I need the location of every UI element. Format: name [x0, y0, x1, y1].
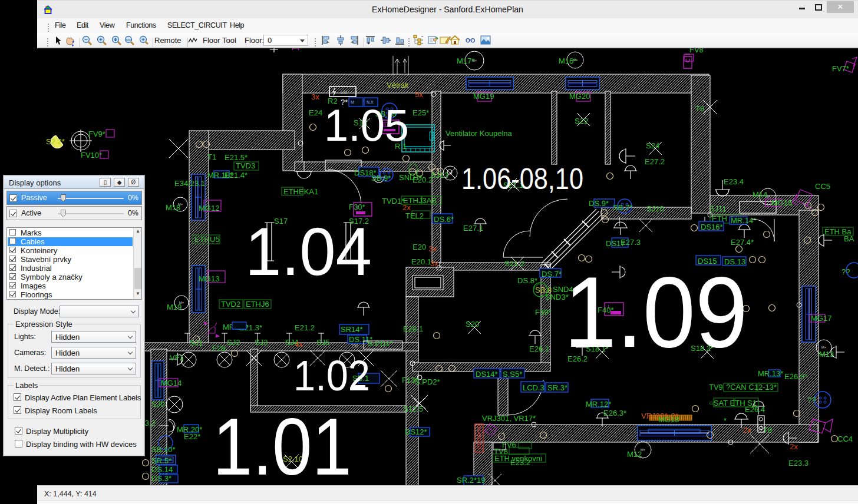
svg-text:MG14: MG14: [161, 379, 182, 387]
svg-text:ETHU5: ETHU5: [194, 235, 220, 244]
svg-text:M16*: M16*: [559, 57, 576, 65]
svg-text:3x: 3x: [428, 244, 437, 253]
svg-text:S2.2*: S2.2*: [46, 137, 65, 146]
svg-text:E23.2: E23.2: [510, 458, 530, 467]
svg-text:E20.1: E20.1: [411, 257, 431, 266]
svg-text:2x: 2x: [743, 426, 751, 435]
svg-text:DS.6*: DS.6*: [434, 215, 454, 224]
svg-text:E24: E24: [309, 108, 322, 117]
svg-text:MG19: MG19: [473, 92, 494, 101]
svg-text:TEL2: TEL2: [405, 211, 424, 220]
svg-text:SR.5*: SR.5*: [151, 456, 171, 465]
svg-text:E34/23.1: E34/23.1: [174, 179, 205, 188]
svg-text:E22*: E22*: [184, 432, 200, 441]
svg-text:SR14*: SR14*: [341, 325, 363, 334]
svg-text:??: ??: [842, 267, 850, 276]
svg-text:3x: 3x: [430, 259, 438, 268]
svg-text:FV10*: FV10*: [81, 151, 102, 160]
svg-text:E21.4*: E21.4*: [225, 171, 248, 180]
svg-text:F30*: F30*: [349, 203, 365, 211]
svg-text:M18: M18: [166, 203, 180, 212]
svg-text:E26.3*: E26.3*: [603, 409, 626, 417]
svg-text:DS.8*: DS.8*: [517, 276, 537, 285]
svg-text:ETHJ6: ETHJ6: [246, 300, 269, 309]
svg-text:E21.2: E21.2: [295, 323, 315, 332]
svg-text:3x: 3x: [311, 92, 319, 101]
svg-text:1.02: 1.02: [293, 352, 370, 399]
svg-text:FV7*: FV7*: [832, 64, 849, 73]
svg-text:MG12: MG12: [199, 204, 219, 213]
svg-text:*: *: [724, 416, 727, 425]
svg-text:E26.4: E26.4: [745, 405, 765, 414]
svg-text:100: 100: [126, 38, 132, 42]
svg-text:SJ5: SJ5: [316, 338, 329, 347]
svg-text:DS.3*: DS.3*: [151, 474, 171, 483]
svg-text:131: 131: [341, 90, 348, 94]
svg-text:MR.14*: MR.14*: [731, 216, 756, 225]
svg-text:1.06-08,10: 1.06-08,10: [461, 163, 583, 195]
svg-text:S.S5*: S.S5*: [503, 370, 522, 379]
svg-text:SR.3*: SR.3*: [547, 383, 567, 392]
svg-text:230: 230: [351, 344, 358, 348]
svg-text:M19: M19: [167, 303, 182, 311]
svg-text:E27.4*: E27.4*: [731, 238, 754, 247]
svg-text:LCD.3: LCD.3: [523, 383, 544, 392]
svg-text:S22: S22: [575, 117, 588, 125]
svg-text:E20.2: E20.2: [412, 175, 433, 184]
svg-text:MG20: MG20: [569, 92, 590, 101]
svg-text:E28.1: E28.1: [403, 324, 423, 333]
svg-text:??: ??: [807, 396, 816, 404]
svg-text:M×: M×: [821, 346, 827, 349]
svg-text:DS.9*: DS.9*: [589, 199, 609, 208]
svg-text:1.09: 1.09: [564, 256, 748, 368]
svg-text:E25*: E25*: [412, 108, 429, 117]
svg-text:CC5: CC5: [815, 182, 830, 191]
svg-text:4x: 4x: [295, 340, 303, 349]
svg-text:FV8: FV8: [689, 48, 704, 54]
svg-text:F29: F29: [212, 344, 225, 353]
svg-text:E21.5*: E21.5*: [225, 153, 248, 162]
svg-text:SJ1: SJ1: [190, 339, 203, 347]
svg-text:SJ11: SJ11: [710, 204, 727, 213]
svg-text:M12: M12: [627, 450, 642, 459]
svg-text:E26.1: E26.1: [529, 344, 549, 353]
svg-text:T6: T6: [695, 104, 704, 113]
svg-text:SR.2*19: SR.2*19: [457, 476, 485, 485]
svg-text:F39*: F39*: [535, 308, 551, 317]
svg-text:E20: E20: [412, 243, 426, 251]
svg-text:MG18: MG18: [658, 415, 679, 424]
svg-text:T1: T1: [207, 152, 216, 161]
svg-text:MR.12*: MR.12*: [586, 400, 611, 409]
svg-text:E23.3: E23.3: [788, 459, 808, 467]
svg-text:DS12*: DS12*: [405, 427, 427, 436]
svg-text:?CAN C12-13*: ?CAN C12-13*: [726, 383, 777, 392]
svg-text:SB.9*: SB.9*: [371, 174, 391, 183]
svg-text:M14: M14: [753, 190, 767, 199]
svg-text:2x: 2x: [790, 442, 798, 451]
svg-text:2x: 2x: [402, 203, 411, 212]
svg-text:ETHEKA1: ETHEKA1: [283, 187, 318, 196]
svg-text:DS.7*: DS.7*: [542, 270, 562, 278]
svg-text:E27.2: E27.2: [645, 157, 665, 166]
svg-text:CC4: CC4: [837, 435, 853, 443]
svg-text:S20: S20: [466, 320, 479, 329]
svg-text:FV9*: FV9*: [88, 130, 105, 138]
svg-text:1.01: 1.01: [213, 402, 352, 485]
svg-text:DS14*: DS14*: [476, 370, 498, 379]
svg-text:S12.5: S12.5: [403, 404, 423, 413]
svg-text:TV9: TV9: [709, 383, 723, 392]
svg-text:VRJ301, VR17*: VRJ301, VR17*: [482, 414, 536, 423]
svg-text:S.PD2*: S.PD2*: [415, 377, 440, 386]
svg-text:MR.13*: MR.13*: [758, 369, 783, 378]
svg-text:M13: M13: [819, 350, 834, 359]
svg-text:TVD3: TVD3: [236, 161, 255, 170]
svg-text:Větrák: Větrák: [387, 81, 409, 89]
svg-text:E27.1: E27.1: [463, 224, 483, 233]
svg-text:S.PD1*: S.PD1*: [368, 339, 393, 348]
svg-text:SB.10*: SB.10*: [151, 445, 175, 454]
svg-text:MG13: MG13: [199, 274, 219, 283]
svg-text:S21.2: S21.2: [504, 259, 524, 268]
svg-text:BA: BA: [844, 234, 854, 243]
svg-text:SJ2: SJ2: [227, 338, 240, 347]
svg-text:E26.5*: E26.5*: [784, 372, 807, 381]
